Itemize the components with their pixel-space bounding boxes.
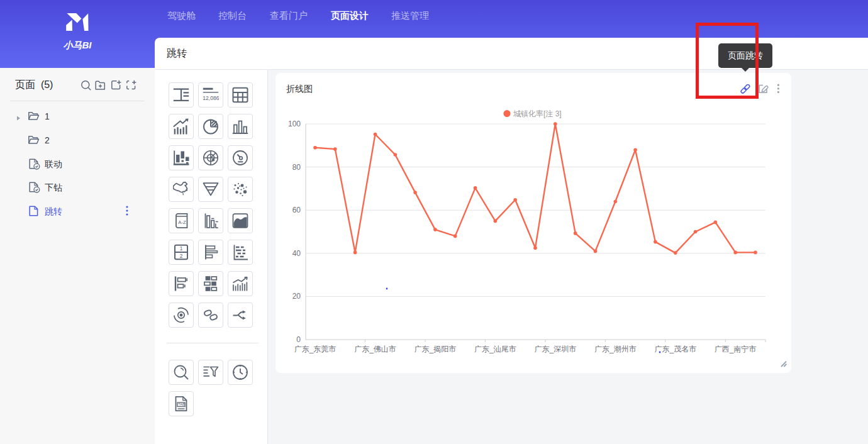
svg-text:0: 0 — [296, 335, 301, 344]
svg-text:城镇化率[注 3]: 城镇化率[注 3] — [513, 109, 562, 118]
svg-text:TAB: TAB — [178, 402, 185, 406]
svg-text:100: 100 — [288, 119, 301, 128]
svg-text:2: 2 — [180, 253, 183, 259]
svg-text:60: 60 — [292, 206, 301, 214]
svg-text:12,086: 12,086 — [203, 95, 219, 101]
svg-text:20: 20 — [292, 292, 301, 301]
svg-text:A-Z: A-Z — [178, 219, 186, 225]
svg-text:广东_茂名市: 广东_茂名市 — [654, 345, 696, 353]
svg-text:广西_南宁市: 广西_南宁市 — [715, 345, 757, 353]
svg-text:广东_东莞市: 广东_东莞市 — [294, 345, 337, 353]
svg-text:广东_深圳市: 广东_深圳市 — [534, 345, 576, 353]
svg-text:1: 1 — [180, 245, 183, 252]
svg-text:广东_潮州市: 广东_潮州市 — [594, 345, 637, 353]
svg-text:40: 40 — [292, 249, 301, 258]
svg-text:广东_汕尾市: 广东_汕尾市 — [474, 345, 516, 353]
svg-text:80: 80 — [292, 163, 301, 172]
svg-text:广东_佛山市: 广东_佛山市 — [354, 345, 396, 353]
svg-text:广东_揭阳市: 广东_揭阳市 — [415, 345, 457, 353]
